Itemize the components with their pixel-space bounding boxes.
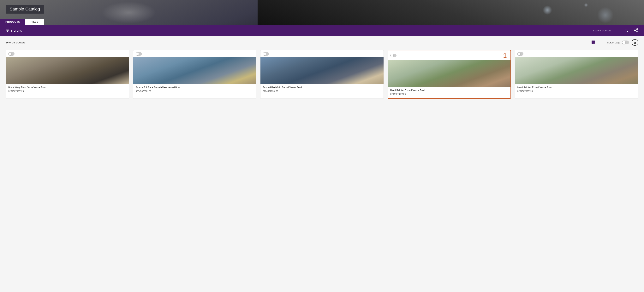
- svg-point-3: [625, 29, 627, 31]
- svg-line-9: [636, 29, 637, 30]
- toggle-knob: [263, 53, 266, 55]
- card-body-2: Bronze Foil Back Round Glass Vessel Bowl…: [133, 86, 256, 92]
- hero-banner: Sample Catalog PRODUCTS FILES: [0, 0, 644, 25]
- svg-point-6: [634, 30, 636, 31]
- toggle-knob: [9, 53, 12, 55]
- share-icon: [634, 28, 638, 32]
- svg-point-7: [637, 31, 638, 32]
- card-toggle-1[interactable]: [8, 52, 14, 56]
- card-sku-1: 3234567890126: [8, 90, 127, 92]
- search-button[interactable]: [624, 28, 628, 33]
- card-toggle-3[interactable]: [263, 52, 269, 56]
- card-title-1: Black Wavy Frost Glass Vessel Bowl: [8, 86, 127, 89]
- hero-title-box: Sample Catalog: [6, 5, 44, 14]
- card-sku-3: 3234567890126: [263, 90, 381, 92]
- card-title-3: Frosted Red/Gold Round Vessel Bowl: [263, 86, 381, 89]
- card-title-5: Hand Painted Round Vessel Bowl: [517, 86, 636, 89]
- svg-rect-12: [592, 42, 593, 44]
- card-body-3: Frosted Red/Gold Round Vessel Bowl 32345…: [260, 86, 384, 92]
- product-count: 16 of 16 products: [6, 41, 25, 44]
- card-top: [260, 50, 384, 56]
- card-image-4: [388, 60, 511, 87]
- search-icon: [624, 28, 628, 32]
- svg-line-4: [627, 31, 628, 32]
- card-body-4: Hand Painted Round Vessel Bowl 323456789…: [388, 89, 511, 95]
- card-sku-5: 3234567890126: [517, 90, 636, 92]
- svg-rect-11: [593, 41, 595, 42]
- toggle-knob: [622, 41, 626, 44]
- card-title-2: Bronze Foil Back Round Glass Vessel Bowl: [136, 86, 254, 89]
- product-card-3[interactable]: Frosted Red/Gold Round Vessel Bowl 32345…: [260, 50, 384, 99]
- tabs-bar: PRODUCTS FILES: [0, 19, 644, 25]
- share-button[interactable]: [634, 28, 638, 33]
- product-card-2[interactable]: Bronze Foil Back Round Glass Vessel Bowl…: [133, 50, 256, 99]
- filter-icon: [6, 29, 9, 32]
- card-top: [515, 50, 638, 56]
- grid-view-button[interactable]: [590, 40, 596, 45]
- toggle-knob: [136, 53, 139, 55]
- card-badge: 1: [503, 52, 507, 59]
- card-top: [6, 50, 129, 56]
- card-toggle-4[interactable]: [390, 54, 396, 57]
- view-icons: [590, 40, 603, 46]
- product-grid: Black Wavy Frost Glass Vessel Bowl 32345…: [0, 48, 644, 104]
- tab-products[interactable]: PRODUCTS: [0, 19, 25, 25]
- card-body-5: Hand Painted Round Vessel Bowl 323456789…: [515, 86, 638, 92]
- select-page-toggle[interactable]: [622, 41, 629, 44]
- toggle-knob: [391, 54, 394, 57]
- card-image-3: [260, 57, 384, 84]
- download-icon: [633, 41, 636, 44]
- hero-title: Sample Catalog: [10, 7, 40, 12]
- svg-point-5: [637, 28, 638, 30]
- card-image-1: [6, 57, 129, 84]
- card-image-5: [515, 57, 638, 84]
- product-card-4[interactable]: 1 Hand Painted Round Vessel Bowl 3234567…: [388, 50, 511, 99]
- card-sku-4: 3234567890126: [390, 93, 508, 95]
- download-button[interactable]: [632, 39, 638, 46]
- svg-rect-10: [592, 41, 593, 42]
- filter-bar: FILTERS: [0, 25, 644, 36]
- card-body-1: Black Wavy Frost Glass Vessel Bowl 32345…: [6, 86, 129, 92]
- card-toggle-5[interactable]: [517, 52, 524, 56]
- svg-line-8: [636, 31, 637, 31]
- filters-label: FILTERS: [11, 29, 22, 32]
- card-toggle-2[interactable]: [136, 52, 142, 56]
- grid-view-icon: [591, 40, 595, 44]
- filters-button[interactable]: FILTERS: [6, 29, 22, 32]
- select-page-label: Select page: [607, 41, 620, 44]
- card-top: [133, 50, 256, 56]
- search-input[interactable]: [592, 28, 623, 33]
- product-card-1[interactable]: Black Wavy Frost Glass Vessel Bowl 32345…: [6, 50, 129, 99]
- toolbar: 16 of 16 products Select page: [0, 36, 644, 48]
- card-title-4: Hand Painted Round Vessel Bowl: [390, 89, 508, 92]
- svg-rect-13: [593, 42, 595, 44]
- search-area: [592, 28, 628, 33]
- product-card-5[interactable]: Hand Painted Round Vessel Bowl 323456789…: [515, 50, 638, 99]
- toggle-knob: [518, 53, 520, 55]
- list-view-button[interactable]: [597, 40, 603, 46]
- card-image-2: [133, 57, 256, 84]
- card-top: 1: [388, 50, 511, 59]
- list-view-icon: [598, 40, 602, 44]
- card-sku-2: 3234567890126: [136, 90, 254, 92]
- tab-files[interactable]: FILES: [25, 19, 44, 25]
